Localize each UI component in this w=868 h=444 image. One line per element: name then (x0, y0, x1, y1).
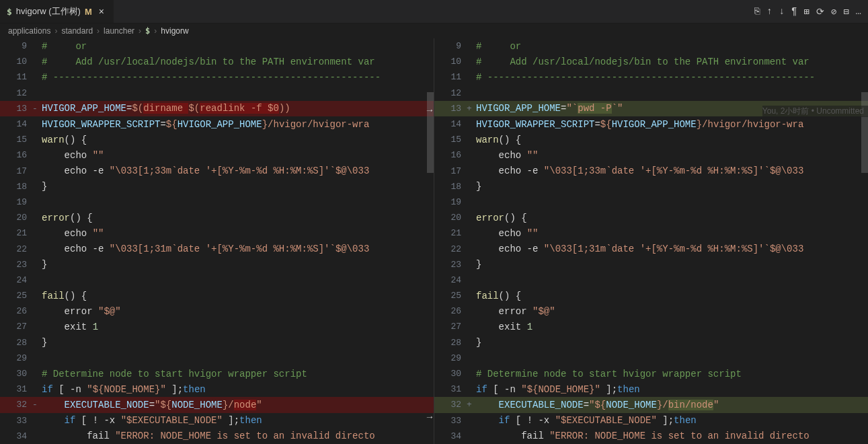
code-line[interactable]: 25fail() { (434, 288, 868, 303)
code-line[interactable]: 18} (0, 179, 434, 194)
line-number: 17 (434, 166, 467, 176)
code-line[interactable]: 32- EXECUTABLE_NODE="${NODE_HOME}/node" (0, 397, 434, 412)
code-line[interactable]: 11# ------------------------------------… (0, 69, 434, 85)
code-line[interactable]: 31if [ -n "${NODE_HOME}" ];then (434, 381, 868, 397)
breadcrumb-item[interactable]: hvigorw (161, 26, 188, 36)
code-line[interactable]: 19 (434, 194, 868, 210)
code-line[interactable]: 26 error "$@" (0, 303, 434, 319)
code-line[interactable]: 14HVIGOR_WRAPPER_SCRIPT=${HVIGOR_APP_HOM… (434, 116, 868, 132)
code-line[interactable]: 17 echo -e "\033[1;33m`date '+[%Y-%m-%d … (0, 163, 434, 179)
editor-toolbar: ⎘↑↓¶⊞⟳⊘⊟… (754, 6, 868, 17)
toolbar-icon-2[interactable]: ↓ (779, 6, 784, 17)
line-number: 10 (0, 57, 32, 67)
code-line[interactable]: 30# Determine node to start hvigor wrapp… (434, 366, 868, 381)
code-line[interactable]: 24 (0, 272, 434, 288)
breadcrumb-item[interactable]: launcher (104, 26, 134, 36)
line-number: 27 (0, 322, 32, 332)
toolbar-icon-6[interactable]: ⊘ (831, 6, 836, 17)
code-content: echo "" (475, 228, 868, 239)
code-line[interactable]: 31if [ -n "${NODE_HOME}" ];then (0, 381, 434, 397)
breadcrumb-separator: › (139, 26, 141, 36)
line-number: 22 (0, 244, 32, 254)
code-line[interactable]: 22 echo -e "\033[1;31m`date '+[%Y-%m-%d … (0, 241, 434, 256)
line-number: 9 (0, 41, 32, 51)
code-content: HVIGOR_WRAPPER_SCRIPT=${HVIGOR_APP_HOME}… (475, 119, 868, 130)
line-number: 34 (434, 431, 467, 441)
code-line[interactable]: 21 echo "" (0, 225, 434, 241)
code-line[interactable]: 27 exit 1 (0, 319, 434, 334)
code-content: # Add /usr/local/nodejs/bin to the PATH … (475, 57, 868, 67)
code-line[interactable]: 24 (434, 272, 868, 288)
code-line[interactable]: 18} (434, 179, 868, 194)
code-line[interactable]: 34 fail "ERROR: NODE_HOME is set to an i… (434, 429, 868, 444)
code-content: error() { (40, 213, 434, 223)
line-number: 17 (0, 166, 32, 176)
code-line[interactable]: 21 echo "" (434, 225, 868, 241)
breadcrumb-item[interactable]: standard (61, 26, 93, 36)
code-line[interactable]: 10# Add /usr/local/nodejs/bin to the PAT… (434, 54, 868, 69)
code-line[interactable]: 25fail() { (0, 288, 434, 303)
editor-tab[interactable]: $ hvigorw (工作树) M × (0, 0, 114, 23)
code-line[interactable]: 22 echo -e "\033[1;31m`date '+[%Y-%m-%d … (434, 241, 868, 256)
line-number: 18 (0, 182, 32, 192)
diff-modified-pane[interactable]: 9# or10# Add /usr/local/nodejs/bin to th… (434, 38, 868, 444)
code-line[interactable]: 9# or (434, 38, 868, 54)
code-line[interactable]: 28} (0, 335, 434, 350)
toolbar-icon-0[interactable]: ⎘ (754, 6, 760, 17)
code-line[interactable]: 9# or (0, 38, 434, 54)
code-line[interactable]: 16 echo "" (0, 147, 434, 163)
close-icon[interactable]: × (96, 5, 107, 18)
code-line[interactable]: 19 (0, 194, 434, 210)
code-line[interactable]: 17 echo -e "\033[1;33m`date '+[%Y-%m-%d … (434, 163, 868, 179)
line-number: 33 (434, 416, 467, 426)
code-content: if [ -n "${NODE_HOME}" ];then (40, 384, 434, 395)
code-line[interactable]: 29 (0, 350, 434, 366)
code-line[interactable]: 32+ EXECUTABLE_NODE="${NODE_HOME}/bin/no… (434, 397, 868, 412)
code-content: fail "ERROR: NODE_HOME is set to an inva… (40, 431, 434, 441)
line-number: 19 (0, 197, 32, 207)
line-number: 26 (0, 306, 32, 316)
toolbar-icon-4[interactable]: ⊞ (803, 6, 809, 17)
line-number: 15 (0, 135, 32, 145)
code-line[interactable]: 34 fail "ERROR: NODE_HOME is set to an i… (0, 429, 434, 444)
code-line[interactable]: 29 (434, 350, 868, 366)
code-line[interactable]: 12 (0, 85, 434, 101)
line-number: 32 (434, 400, 467, 410)
toolbar-icon-1[interactable]: ↑ (766, 6, 772, 17)
code-content: } (475, 259, 868, 270)
code-line[interactable]: 15warn() { (434, 132, 868, 147)
line-number: 27 (434, 322, 467, 332)
diff-original-pane[interactable]: 9# or10# Add /usr/local/nodejs/bin to th… (0, 38, 434, 444)
scrollbar[interactable] (427, 38, 434, 444)
toolbar-icon-5[interactable]: ⟳ (816, 6, 824, 17)
breadcrumb-item[interactable]: $ (145, 26, 150, 36)
code-line[interactable]: 12 (434, 85, 868, 101)
breadcrumb-item[interactable]: applications (8, 26, 50, 36)
code-line[interactable]: 20error() { (434, 210, 868, 225)
code-content: echo "" (475, 150, 868, 161)
code-line[interactable]: 15warn() { (0, 132, 434, 147)
code-line[interactable]: 20error() { (0, 210, 434, 225)
code-line[interactable]: 13-HVIGOR_APP_HOME=$(dirname $(readlink … (0, 101, 434, 116)
code-line[interactable]: 28} (434, 335, 868, 350)
code-line[interactable]: 26 error "$@" (434, 303, 868, 319)
code-line[interactable]: 30# Determine node to start hvigor wrapp… (0, 366, 434, 381)
scrollbar[interactable] (861, 38, 868, 444)
toolbar-icon-3[interactable]: ¶ (791, 6, 797, 17)
code-content: fail() { (475, 291, 868, 301)
code-line[interactable]: 33 if [ ! -x "$EXECUTABLE_NODE" ];then (0, 413, 434, 429)
code-line[interactable]: 11# ------------------------------------… (434, 69, 868, 85)
code-line[interactable]: 10# Add /usr/local/nodejs/bin to the PAT… (0, 54, 434, 69)
code-line[interactable]: 23} (434, 257, 868, 272)
toolbar-icon-7[interactable]: ⊟ (843, 6, 849, 17)
code-line[interactable]: 27 exit 1 (434, 319, 868, 334)
code-line[interactable]: 16 echo "" (434, 147, 868, 163)
code-content: echo -e "\033[1;33m`date '+[%Y-%m-%d %H:… (475, 165, 868, 176)
breadcrumb: applications›standard›launcher›$›hvigorw (0, 24, 868, 38)
code-line[interactable]: 23} (0, 257, 434, 272)
line-number: 20 (434, 213, 467, 223)
toolbar-icon-8[interactable]: … (856, 6, 861, 17)
code-line[interactable]: 14HVIGOR_WRAPPER_SCRIPT=${HVIGOR_APP_HOM… (0, 116, 434, 132)
code-line[interactable]: 33 if [ ! -x "$EXECUTABLE_NODE" ];then (434, 413, 868, 429)
line-number: 28 (434, 338, 467, 348)
